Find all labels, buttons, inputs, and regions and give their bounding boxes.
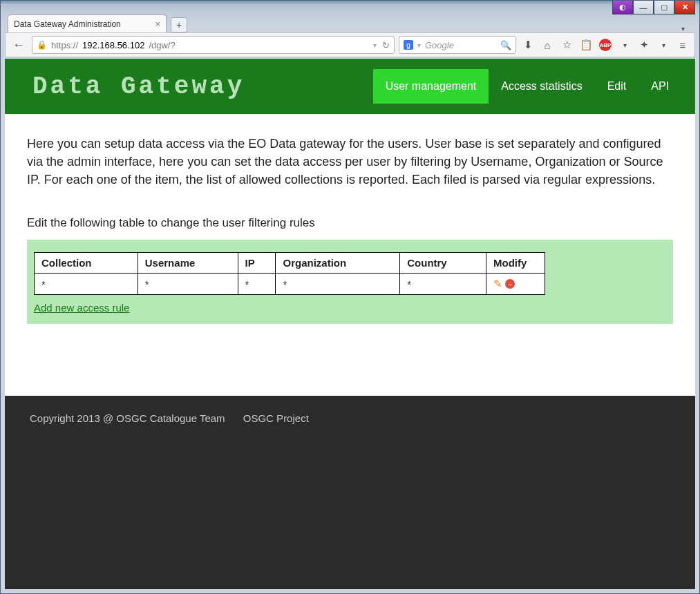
cell-username: * [138,274,238,295]
addon-chevron-icon[interactable]: ▾ [656,37,671,52]
th-collection: Collection [35,253,138,274]
th-country: Country [400,253,486,274]
reload-icon[interactable]: ↻ [382,40,390,50]
nav-edit[interactable]: Edit [595,69,639,104]
edit-icon[interactable]: ✎ [493,278,502,290]
lock-icon: 🔒 [37,40,47,50]
tab-overflow-icon[interactable]: ▾ [681,25,692,32]
abp-icon[interactable]: ABP [598,37,613,52]
home-icon[interactable]: ⌂ [540,37,555,52]
chevron-down-icon[interactable]: ▾ [417,41,421,49]
page-content: Here you can setup data access via the E… [5,114,695,338]
th-organization: Organization [276,253,400,274]
delete-icon[interactable]: – [505,279,515,289]
browser-window: ◐ — ▢ ✕ Data Gateway Administration × + … [0,0,700,594]
page-header: Data Gateway User management Access stat… [5,59,695,114]
search-icon[interactable]: 🔍 [500,40,511,50]
footer-project-link[interactable]: OSGC Project [243,412,309,424]
nav-api[interactable]: API [638,69,681,104]
cell-modify: ✎ – [486,274,545,295]
minimize-button[interactable]: — [633,1,654,15]
nav-access-statistics[interactable]: Access statistics [489,69,594,104]
window-controls: ◐ — ▢ ✕ [612,1,695,15]
downloads-icon[interactable]: ⬇ [520,37,536,52]
tab-close-icon[interactable]: × [155,19,160,29]
table-caption: Edit the following table to change the u… [27,216,673,230]
url-path: /dgw/? [149,40,175,50]
tab-title: Data Gateway Administration [14,19,121,29]
maximize-button[interactable]: ▢ [654,1,674,15]
browser-tab[interactable]: Data Gateway Administration × [8,15,167,32]
table-header-row: Collection Username IP Organization Coun… [35,253,545,274]
page-footer: Copyright 2013 @ OSGC Catalogue Team OSG… [5,396,695,589]
new-tab-button[interactable]: + [171,17,187,32]
url-host: 192.168.56.102 [82,40,144,50]
url-bar[interactable]: 🔒 https://192.168.56.102/dgw/? ▾ ↻ [32,36,395,54]
footer-copyright: Copyright 2013 @ OSGC Catalogue Team [30,412,225,424]
abp-chevron-icon[interactable]: ▾ [617,37,632,52]
menu-icon[interactable]: ≡ [675,37,690,52]
tab-strip: Data Gateway Administration × + ▾ [8,13,692,32]
bookmark-icon[interactable]: ☆ [559,37,574,52]
nav-user-management[interactable]: User management [373,69,489,104]
cell-country: * [400,274,486,295]
cell-ip: * [238,274,276,295]
search-bar[interactable]: g ▾ Google 🔍 [399,36,516,54]
rules-table: Collection Username IP Organization Coun… [34,252,545,295]
th-ip: IP [238,253,276,274]
th-username: Username [138,253,238,274]
rules-panel: Collection Username IP Organization Coun… [27,240,673,324]
close-button[interactable]: ✕ [674,1,695,15]
back-button[interactable]: ← [10,36,28,54]
table-row: * * * * * ✎ – [35,274,545,295]
site-logo: Data Gateway [32,73,245,101]
cell-collection: * [35,274,138,295]
page-viewport: Data Gateway User management Access stat… [5,59,695,589]
google-icon: g [404,40,413,50]
cell-organization: * [276,274,400,295]
dropdown-icon[interactable]: ▾ [373,41,377,49]
browser-toolbar: ← 🔒 https://192.168.56.102/dgw/? ▾ ↻ g ▾… [5,32,695,57]
add-rule-link[interactable]: Add new access rule [34,302,129,314]
main-nav: User management Access statistics Edit A… [373,69,681,104]
mask-icon[interactable]: ◐ [612,1,633,15]
clipboard-icon[interactable]: 📋 [578,37,594,52]
intro-text: Here you can setup data access via the E… [27,135,673,189]
th-modify: Modify [486,253,545,274]
url-prefix: https:// [51,40,78,50]
search-placeholder: Google [425,40,454,50]
addon-icon[interactable]: ✦ [636,37,652,52]
